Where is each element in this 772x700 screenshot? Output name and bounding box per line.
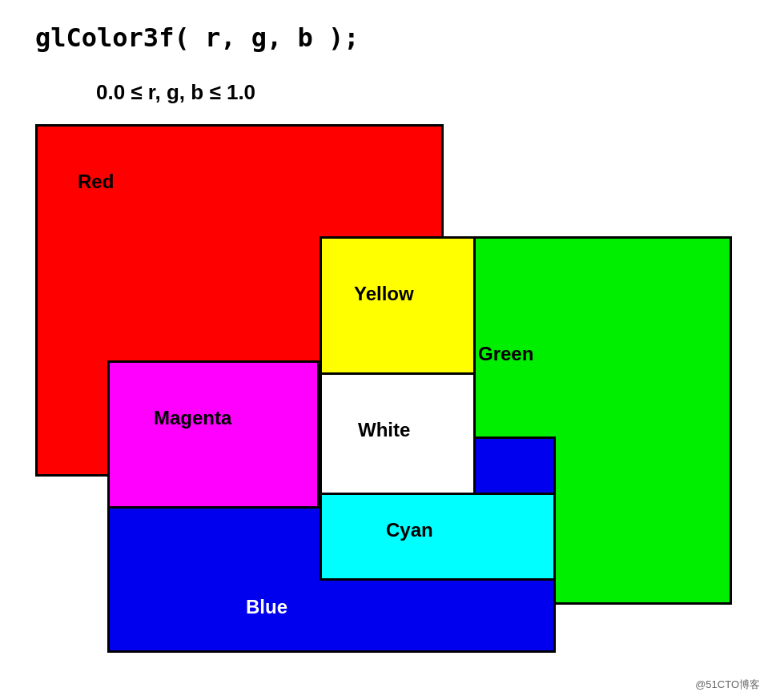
watermark: @51CTO博客 — [695, 678, 760, 692]
yellow-box: Yellow — [320, 236, 476, 376]
diagram-area: Red Green Blue Magenta Yellow White Cyan — [35, 124, 740, 669]
cyan-box: Cyan — [320, 493, 556, 581]
constraint-text: 0.0 ≤ r, g, b ≤ 1.0 — [96, 80, 255, 105]
green-label: Green — [478, 343, 533, 365]
page-title: glColor3f( r, g, b ); — [35, 22, 360, 53]
magenta-box: Magenta — [107, 360, 320, 509]
magenta-label: Magenta — [154, 407, 231, 429]
red-label: Red — [78, 171, 114, 193]
yellow-label: Yellow — [354, 283, 414, 305]
white-label: White — [358, 419, 410, 441]
cyan-label: Cyan — [386, 519, 433, 541]
white-box: White — [320, 372, 476, 501]
blue-label: Blue — [246, 596, 287, 618]
